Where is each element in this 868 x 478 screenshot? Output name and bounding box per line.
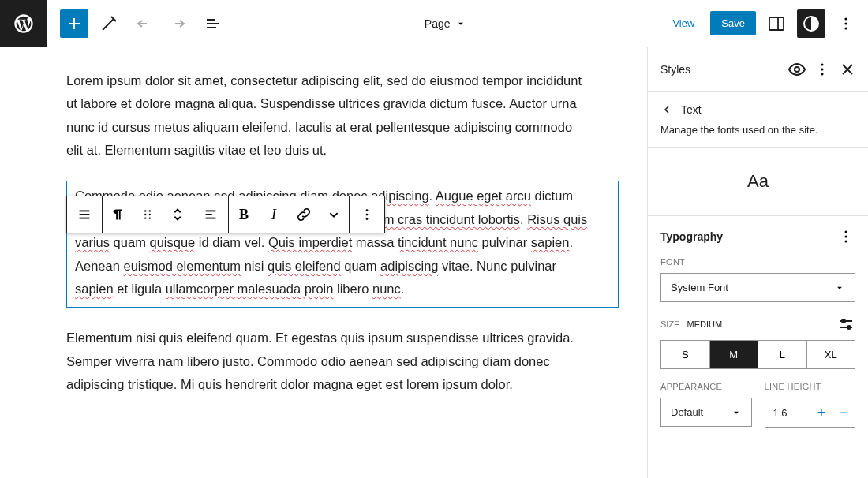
svg-point-4 [844, 22, 847, 24]
size-active-label: MEDIUM [687, 319, 723, 329]
svg-point-19 [366, 214, 369, 216]
appearance-select[interactable]: Default [660, 398, 752, 427]
svg-point-5 [844, 27, 847, 29]
font-preview: Aa [648, 148, 868, 216]
redo-button[interactable] [164, 9, 193, 38]
typography-options-button[interactable] [836, 227, 855, 246]
size-settings-button[interactable] [836, 315, 855, 334]
svg-point-25 [845, 231, 847, 233]
add-block-button[interactable] [60, 9, 88, 38]
move-updown-button[interactable] [163, 196, 193, 233]
settings-sidebar-button[interactable] [762, 9, 791, 38]
line-height-decrement[interactable]: − [832, 398, 855, 427]
svg-rect-0 [769, 17, 784, 30]
size-button-l[interactable]: L [758, 341, 807, 368]
line-height-increment[interactable]: + [810, 398, 832, 427]
svg-point-11 [144, 214, 146, 215]
svg-point-31 [847, 326, 851, 329]
block-more-options-button[interactable] [350, 196, 384, 233]
svg-point-24 [821, 73, 824, 76]
close-sidebar-button[interactable] [836, 58, 859, 80]
document-type-selector[interactable]: Page [227, 17, 663, 30]
svg-point-13 [144, 217, 146, 218]
view-button[interactable]: View [663, 11, 704, 35]
back-to-typography[interactable]: Text [660, 103, 855, 116]
line-height-label: LINE HEIGHT [765, 382, 856, 391]
tools-button[interactable] [95, 9, 123, 38]
top-toolbar: Page View Save [0, 0, 868, 47]
size-button-group: SMLXL [660, 340, 855, 369]
chevron-down-icon [834, 282, 845, 293]
svg-point-12 [149, 214, 151, 215]
svg-point-26 [845, 236, 847, 238]
block-toolbar: B I [66, 196, 385, 233]
chevron-down-icon [455, 18, 466, 29]
drag-handle[interactable] [133, 196, 163, 233]
svg-point-27 [845, 241, 847, 243]
font-field-label: FONT [660, 257, 855, 267]
section-description: Manage the fonts used on the site. [660, 124, 855, 136]
save-button[interactable]: Save [710, 11, 756, 35]
appearance-label: APPEARANCE [660, 382, 752, 391]
font-select[interactable]: System Font [660, 273, 855, 302]
styles-more-button[interactable] [811, 58, 833, 80]
align-button[interactable] [193, 196, 228, 233]
styles-sidebar-button[interactable] [797, 9, 825, 38]
svg-point-29 [842, 319, 845, 323]
wordpress-logo[interactable] [0, 0, 47, 47]
paragraph-transform-button[interactable] [103, 196, 133, 233]
svg-point-23 [821, 69, 824, 71]
paragraph-block[interactable]: Elementum nisi quis eleifend quam. Et eg… [66, 327, 587, 396]
svg-point-14 [149, 217, 151, 218]
block-type-button[interactable] [67, 196, 102, 233]
svg-point-10 [149, 210, 151, 211]
appearance-value: Default [671, 406, 703, 418]
doc-type-label: Page [425, 17, 451, 30]
more-options-button[interactable] [832, 9, 860, 38]
size-button-s[interactable]: S [661, 341, 710, 368]
chevron-down-icon [731, 407, 742, 418]
document-overview-button[interactable] [199, 9, 227, 38]
size-label: SIZE [660, 319, 679, 329]
styles-sidebar: Styles Text Manage the fonts used on the… [647, 47, 868, 478]
more-formatting-button[interactable] [319, 196, 349, 233]
line-height-stepper: 1.6 + − [765, 398, 856, 428]
paragraph-block[interactable]: Lorem ipsum dolor sit amet, consectetur … [66, 69, 587, 162]
style-book-button[interactable] [786, 58, 808, 80]
svg-point-21 [795, 67, 799, 72]
svg-point-9 [144, 210, 146, 211]
font-value: System Font [671, 282, 728, 293]
svg-point-3 [844, 17, 847, 20]
undo-button[interactable] [129, 9, 158, 38]
svg-point-20 [366, 218, 369, 220]
size-button-xl[interactable]: XL [807, 341, 855, 368]
editor-canvas[interactable]: Lorem ipsum dolor sit amet, consectetur … [0, 47, 647, 478]
sidebar-title: Styles [660, 63, 690, 76]
chevron-left-icon [660, 103, 673, 116]
line-height-value: 1.6 [765, 407, 811, 419]
svg-point-22 [821, 64, 824, 66]
svg-point-18 [366, 209, 369, 211]
bold-button[interactable]: B [229, 196, 259, 233]
link-button[interactable] [289, 196, 319, 233]
size-button-m[interactable]: M [710, 341, 759, 368]
back-label: Text [681, 103, 702, 116]
typography-title: Typography [660, 230, 723, 243]
italic-button[interactable]: I [259, 196, 289, 233]
